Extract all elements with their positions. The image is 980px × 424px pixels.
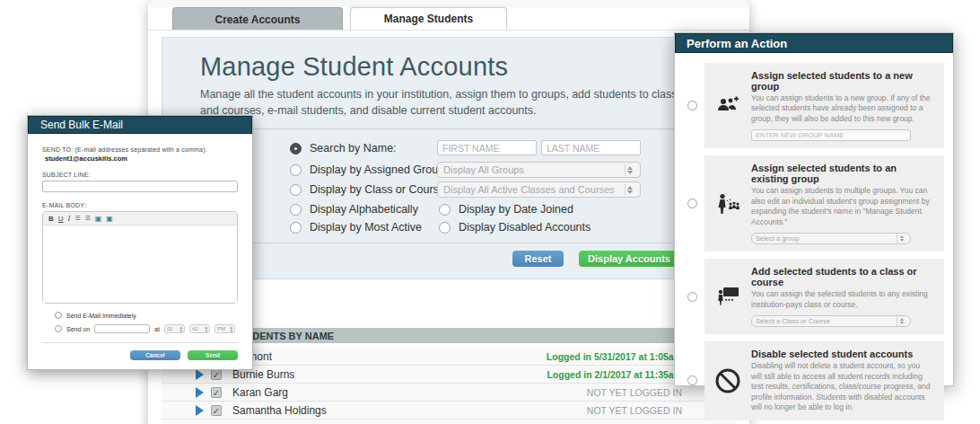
- student-name: Burnie Burns: [232, 368, 547, 381]
- radio-disable-accounts[interactable]: [687, 375, 697, 385]
- group-add-icon: [704, 96, 751, 116]
- classroom-icon: [704, 287, 751, 306]
- last-name-input[interactable]: [541, 140, 641, 155]
- editor-toolbar: B U I ☰ ☰ ▣ ▣: [43, 212, 237, 225]
- disable-icon: [704, 367, 751, 394]
- radio-existing-group[interactable]: [687, 199, 697, 208]
- disabled-accounts-label: Display Disabled Accounts: [459, 221, 591, 234]
- minute-select[interactable]: 42▴▾: [189, 324, 210, 333]
- radio-date-joined[interactable]: [439, 204, 451, 216]
- option-title: Add selected students to a class or cour…: [751, 266, 932, 287]
- radio-assigned-group[interactable]: [290, 164, 302, 176]
- window-top-strip: [148, 0, 749, 7]
- search-by-name-label: Search by Name:: [310, 142, 397, 155]
- select-stepper-icon: [897, 234, 906, 243]
- expand-arrow-icon[interactable]: [196, 405, 204, 416]
- divider: [200, 128, 681, 129]
- student-name: Karan Garg: [232, 386, 587, 399]
- first-name-input[interactable]: [437, 140, 537, 155]
- send-immediately-label: Send E-Mail Immediately: [66, 313, 136, 319]
- date-joined-label: Display by Date Joined: [459, 203, 573, 216]
- group-select[interactable]: Display All Groups: [437, 162, 641, 178]
- student-row[interactable]: ✓ Karan Garg NOT YET LOGGED IN: [162, 384, 736, 402]
- perform-action-panel: Perform an Action Assign selected studen…: [674, 32, 954, 386]
- ordered-list-icon[interactable]: ☰: [74, 215, 80, 222]
- radio-class-course[interactable]: [290, 184, 302, 196]
- class-course-select[interactable]: Display All Active Classes and Courses: [437, 181, 641, 198]
- option-title: Assign selected students to an existing …: [751, 163, 932, 184]
- most-active-label: Display by Most Active: [310, 221, 422, 234]
- underline-icon[interactable]: U: [58, 215, 64, 223]
- radio-most-active[interactable]: [290, 222, 302, 234]
- send-date-input[interactable]: [94, 324, 150, 333]
- option-description: Disabling will not delete a student acco…: [751, 361, 932, 412]
- page-title: Manage Student Accounts: [200, 52, 508, 82]
- panel-titlebar: Perform an Action: [675, 33, 953, 53]
- attach-image-icon[interactable]: ▣: [106, 215, 113, 223]
- row-checkbox[interactable]: ✓: [211, 387, 222, 398]
- unordered-list-icon[interactable]: ☰: [85, 215, 91, 222]
- dialog-titlebar[interactable]: Send Bulk E-Mail: [28, 116, 252, 134]
- action-option-new-group[interactable]: Assign selected students to a new group …: [680, 63, 944, 148]
- row-checkbox[interactable]: ✓: [211, 405, 222, 416]
- radio-disabled-accounts[interactable]: [439, 222, 451, 234]
- divider: [42, 342, 238, 343]
- radio-search-by-name[interactable]: [290, 143, 302, 155]
- cancel-button[interactable]: Cancel: [130, 350, 180, 360]
- send-on-label: Send on: [66, 326, 90, 332]
- group-existing-icon: [704, 193, 751, 215]
- display-accounts-button[interactable]: Display Accounts: [579, 251, 679, 267]
- radio-send-immediately[interactable]: [55, 312, 62, 319]
- assigned-group-label: Display by Assigned Group:: [310, 163, 448, 176]
- option-description: You can assign students to a new group. …: [751, 93, 932, 124]
- option-title: Disable selected student accounts: [751, 349, 932, 359]
- select-stepper-icon: [625, 183, 634, 196]
- reset-button[interactable]: Reset: [512, 251, 564, 267]
- alphabetical-label: Display Alphabetically: [310, 203, 418, 216]
- ampm-select[interactable]: PM▴▾: [214, 324, 235, 333]
- italic-icon[interactable]: I: [68, 215, 71, 223]
- action-option-class-course[interactable]: Add selected students to a class or cour…: [680, 259, 944, 334]
- bold-icon[interactable]: B: [48, 215, 54, 223]
- page-description: Manage all the student accounts in your …: [200, 86, 689, 119]
- new-group-name-input[interactable]: [751, 129, 911, 141]
- send-bulk-email-dialog: Send Bulk E-Mail SEND TO: (E-mail addres…: [27, 115, 253, 370]
- email-body-label: E-MAIL BODY:: [42, 202, 238, 208]
- subject-label: SUBJECT LINE:: [42, 172, 238, 178]
- class-course-label: Display by Class or Course:: [310, 183, 448, 196]
- send-button[interactable]: Send: [188, 350, 238, 360]
- send-to-value: student1@accuskills.com: [45, 155, 238, 163]
- select-a-class-or-course[interactable]: Select a Class or Course: [751, 315, 911, 327]
- subject-input[interactable]: [42, 181, 238, 192]
- radio-new-group[interactable]: [687, 101, 697, 110]
- action-option-existing-group[interactable]: Assign selected students to an existing …: [680, 155, 944, 252]
- expand-arrow-icon[interactable]: [196, 369, 204, 380]
- student-row: [162, 420, 736, 424]
- select-stepper-icon: [897, 316, 906, 326]
- expand-arrow-icon[interactable]: [196, 387, 204, 398]
- student-name: Belmont: [232, 350, 547, 363]
- hour-select[interactable]: 02▴▾: [164, 324, 185, 333]
- image-icon[interactable]: ▣: [95, 215, 102, 223]
- action-option-disable[interactable]: Disable selected student accounts Disabl…: [680, 341, 944, 420]
- tab-bar: Create Accounts Manage Students: [148, 7, 749, 31]
- at-label: at: [154, 326, 160, 332]
- select-a-group[interactable]: Select a group: [751, 233, 911, 244]
- email-body-editor[interactable]: B U I ☰ ☰ ▣ ▣: [42, 211, 238, 304]
- option-title: Assign selected students to a new group: [751, 70, 932, 92]
- radio-class-course-action[interactable]: [687, 292, 697, 302]
- divider: [180, 243, 719, 243]
- screen: Create Accounts Manage Students Manage S…: [0, 0, 980, 424]
- tab-manage-students[interactable]: Manage Students: [350, 7, 507, 31]
- radio-alphabetical[interactable]: [290, 204, 302, 216]
- select-stepper-icon: [625, 163, 634, 176]
- radio-send-on[interactable]: [55, 325, 62, 332]
- email-body-textarea[interactable]: [43, 225, 237, 303]
- student-name: Samantha Holdings: [232, 404, 587, 417]
- option-description: You can assign the selected students to …: [751, 289, 932, 310]
- send-to-label: SEND TO: (E-mail addresses separated wit…: [42, 146, 238, 153]
- student-row[interactable]: ✓ Samantha Holdings NOT YET LOGGED IN: [162, 402, 736, 420]
- row-checkbox[interactable]: ✓: [211, 369, 222, 380]
- option-description: You can assign students to multiple grou…: [751, 186, 932, 227]
- tab-create-accounts[interactable]: Create Accounts: [172, 7, 343, 31]
